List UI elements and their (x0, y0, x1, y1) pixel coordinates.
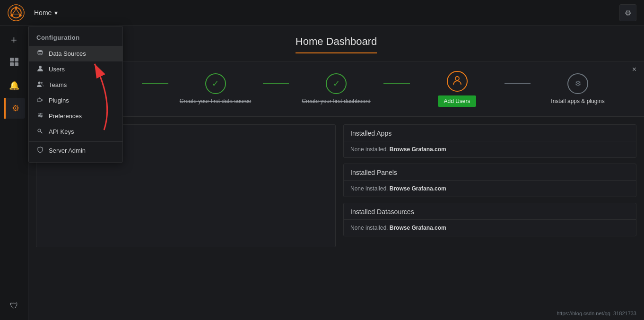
wizard-connector-4 (505, 83, 531, 84)
add-users-button[interactable]: Add Users (438, 95, 476, 107)
add-icon: + (11, 34, 17, 46)
sliders-icon (36, 112, 44, 120)
config-item-teams[interactable]: Teams (29, 77, 122, 93)
checkmark-icon-2: ✓ (212, 78, 219, 89)
installed-datasources-text: None installed. (350, 225, 390, 231)
config-item-label-server-admin: Server Admin (49, 147, 86, 154)
config-item-api-keys[interactable]: API Keys (29, 124, 122, 139)
svg-rect-10 (10, 62, 14, 66)
plugin-icon (36, 96, 44, 104)
svg-point-21 (39, 115, 40, 116)
wizard-connector-2 (263, 83, 289, 84)
user-icon (36, 65, 44, 73)
config-item-label-users: Users (49, 66, 65, 73)
wizard-connector-1 (142, 83, 168, 84)
home-button[interactable]: Home ▾ (30, 6, 61, 19)
bell-icon: 🔔 (9, 80, 19, 91)
snowflake-icon: ❄ (574, 78, 582, 89)
teams-icon (36, 81, 44, 89)
wizard-close-button[interactable]: × (632, 65, 636, 74)
svg-point-13 (39, 66, 42, 69)
home-caret: ▾ (54, 9, 58, 17)
gear-icon: ⚙ (625, 9, 631, 17)
wizard-step-datasource-label: Create your first data source (180, 98, 251, 104)
wizard-step-users-icon (447, 71, 468, 92)
page-title: Home Dashboard (296, 35, 377, 53)
shield-icon: 🛡 (10, 301, 18, 311)
installed-datasources-title: Installed Datasources (344, 203, 636, 220)
main-layout: + 🔔 ⚙ 🛡 Configuration (0, 26, 644, 320)
config-item-label-api-keys: API Keys (49, 128, 74, 135)
topbar-gear-button[interactable]: ⚙ (619, 4, 636, 21)
wizard-step-dashboard-label: Create your first dashboard (302, 98, 370, 104)
config-item-data-sources[interactable]: Data Sources (29, 46, 122, 61)
home-label: Home (34, 9, 52, 17)
config-item-label-data-sources: Data Sources (49, 50, 86, 57)
svg-rect-11 (15, 62, 18, 66)
svg-point-22 (41, 116, 42, 118)
config-item-preferences[interactable]: Preferences (29, 108, 122, 124)
config-icon: ⚙ (12, 103, 19, 113)
footer-hint: https://blog.csdn.net/qq_31821733 (557, 311, 636, 316)
installed-datasources-section: Installed Datasources None installed. Br… (343, 203, 636, 236)
svg-rect-8 (10, 58, 14, 61)
installed-datasources-body: None installed. Browse Grafana.com (344, 220, 636, 236)
wizard-step-dashboard: ✓ Create your first dashboard (289, 73, 383, 104)
topbar: Home ▾ ⚙ (0, 0, 644, 26)
wizard-step-apps: ❄ Install apps & plugins (531, 73, 625, 104)
config-item-label-plugins: Plugins (49, 97, 69, 104)
sidebar-icons: + 🔔 ⚙ 🛡 (0, 26, 28, 320)
svg-point-3 (19, 14, 21, 17)
svg-rect-16 (37, 99, 41, 102)
installed-datasources-link[interactable]: Browse Grafana.com (390, 225, 446, 231)
wizard-step-dashboard-icon: ✓ (326, 73, 347, 94)
admin-shield-icon (36, 147, 44, 155)
config-panel-header: Configuration (29, 30, 122, 46)
svg-rect-9 (15, 58, 18, 61)
installed-panels-link[interactable]: Browse Grafana.com (390, 185, 446, 192)
installed-apps-title: Installed Apps (344, 125, 636, 141)
config-item-label-preferences: Preferences (49, 112, 82, 120)
wizard-connector-3 (383, 83, 410, 84)
wizard-step-datasource-icon: ✓ (205, 73, 226, 94)
installed-apps-link[interactable]: Browse Grafana.com (390, 146, 446, 153)
sidebar-icon-add[interactable]: + (4, 30, 25, 51)
wizard-step-apps-icon: ❄ (567, 73, 588, 94)
right-panel: Installed Apps None installed. Browse Gr… (343, 124, 636, 247)
dashboards-icon (9, 57, 19, 69)
installed-apps-text: None installed. (350, 146, 390, 153)
installed-panels-body: None installed. Browse Grafana.com (344, 181, 636, 197)
wizard-step-users: Add Users (410, 71, 505, 107)
svg-point-2 (15, 7, 17, 9)
configuration-panel: Configuration Data Sources Users (28, 26, 123, 163)
installed-apps-section: Installed Apps None installed. Browse Gr… (343, 124, 636, 158)
database-icon (36, 50, 44, 58)
wizard-step-apps-label: Install apps & plugins (551, 98, 604, 104)
footer-url: https://blog.csdn.net/qq_31821733 (557, 311, 636, 316)
config-item-users[interactable]: Users (29, 61, 122, 77)
sidebar-icon-configuration[interactable]: ⚙ (4, 98, 25, 119)
installed-apps-body: None installed. Browse Grafana.com (344, 141, 636, 157)
config-item-label-teams: Teams (49, 81, 67, 88)
svg-point-20 (40, 113, 42, 115)
svg-point-14 (38, 82, 41, 84)
svg-point-24 (455, 77, 459, 80)
svg-point-4 (10, 14, 13, 17)
svg-point-12 (38, 50, 43, 52)
sidebar-icon-dashboards[interactable] (4, 52, 25, 73)
checkmark-icon-3: ✓ (333, 78, 340, 89)
svg-point-23 (38, 129, 41, 132)
installed-panels-section: Installed Panels None installed. Browse … (343, 164, 636, 197)
config-item-plugins[interactable]: Plugins (29, 93, 122, 108)
user-icon-wizard (452, 75, 462, 88)
key-icon (36, 128, 44, 136)
installed-panels-text: None installed. (350, 185, 390, 192)
svg-point-15 (41, 82, 43, 84)
installed-panels-title: Installed Panels (344, 164, 636, 181)
sidebar-icon-shield[interactable]: 🛡 (4, 295, 25, 316)
sidebar-icon-alerts[interactable]: 🔔 (4, 75, 25, 96)
wizard-step-datasource: ✓ Create your first data source (168, 73, 263, 104)
grafana-logo (8, 4, 25, 21)
config-item-server-admin[interactable]: Server Admin (29, 141, 122, 158)
